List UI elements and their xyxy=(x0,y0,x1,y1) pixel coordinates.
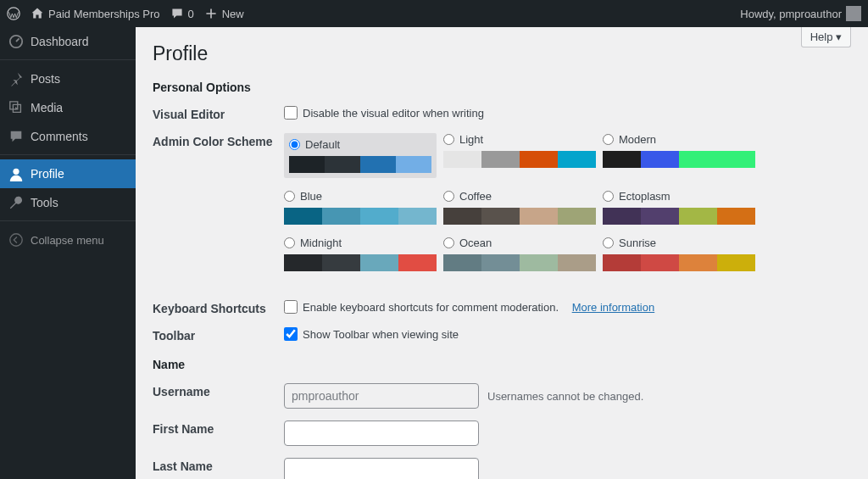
first-name-label: First Name xyxy=(153,421,284,436)
my-account[interactable]: Howdy, pmproauthor xyxy=(740,6,861,21)
keyboard-checkbox[interactable] xyxy=(284,300,298,314)
first-name-input[interactable] xyxy=(284,421,479,446)
collapse-menu[interactable]: Collapse menu xyxy=(0,226,136,254)
visual-editor-label: Visual Editor xyxy=(153,106,284,121)
sidebar-item-profile[interactable]: Profile xyxy=(0,159,136,188)
color-radio-midnight[interactable] xyxy=(284,237,295,248)
sidebar-item-dashboard[interactable]: Dashboard xyxy=(0,27,136,56)
color-label: Ectoplasm xyxy=(619,190,670,203)
visual-editor-checkbox-label: Disable the visual editor when writing xyxy=(303,107,484,120)
comment-icon xyxy=(170,7,184,20)
main-content: Help ▾ Profile Personal Options Visual E… xyxy=(136,27,868,479)
wp-logo[interactable] xyxy=(7,7,20,20)
color-option-midnight[interactable]: Midnight xyxy=(284,237,437,271)
color-scheme-grid: DefaultLightModernBlueCoffeeEctoplasmMid… xyxy=(284,133,851,283)
color-swatches xyxy=(603,208,755,225)
new-content-link[interactable]: New xyxy=(204,7,244,20)
section-name: Name xyxy=(153,358,851,371)
color-option-blue[interactable]: Blue xyxy=(284,190,437,225)
last-name-label: Last Name xyxy=(153,458,284,473)
plus-icon xyxy=(204,7,218,20)
color-swatches xyxy=(284,208,437,225)
username-input xyxy=(284,383,479,409)
wordpress-icon xyxy=(7,7,20,20)
color-radio-light[interactable] xyxy=(443,134,454,145)
color-radio-default[interactable] xyxy=(289,139,300,150)
section-personal-options: Personal Options xyxy=(153,81,851,94)
site-title: Paid Memberships Pro xyxy=(48,8,160,20)
color-radio-coffee[interactable] xyxy=(443,191,454,202)
howdy-text: Howdy, pmproauthor xyxy=(740,8,842,20)
keyboard-more-info-link[interactable]: More information xyxy=(572,301,655,314)
color-option-light[interactable]: Light xyxy=(443,133,596,178)
toolbar-label: Toolbar xyxy=(153,327,284,343)
sidebar-item-comments[interactable]: Comments xyxy=(0,122,136,151)
color-swatches xyxy=(443,208,596,225)
color-label: Sunrise xyxy=(619,237,656,249)
color-swatches xyxy=(289,156,431,173)
username-note: Usernames cannot be changed. xyxy=(487,390,643,403)
color-radio-ectoplasm[interactable] xyxy=(603,191,614,202)
color-swatches xyxy=(603,254,755,271)
color-swatches xyxy=(443,254,596,271)
tools-icon xyxy=(8,195,24,210)
keyboard-label: Keyboard Shortcuts xyxy=(153,300,284,315)
admin-toolbar: Paid Memberships Pro 0 New Howdy, pmproa… xyxy=(0,0,868,27)
collapse-icon xyxy=(8,232,24,248)
chevron-down-icon: ▾ xyxy=(836,31,842,43)
media-icon xyxy=(8,100,24,115)
pin-icon xyxy=(8,71,24,86)
page-title: Profile xyxy=(153,42,851,65)
user-icon xyxy=(8,166,24,181)
svg-point-3 xyxy=(10,234,22,246)
keyboard-checkbox-label: Enable keyboard shortcuts for comment mo… xyxy=(303,301,559,314)
color-swatches xyxy=(284,254,437,271)
color-label: Default xyxy=(305,138,340,151)
last-name-input[interactable] xyxy=(284,458,479,479)
sidebar-item-tools[interactable]: Tools xyxy=(0,188,136,217)
color-label: Modern xyxy=(619,133,656,146)
dashboard-icon xyxy=(8,34,24,49)
avatar xyxy=(846,6,861,21)
color-option-default[interactable]: Default xyxy=(284,133,437,178)
visual-editor-checkbox[interactable] xyxy=(284,106,298,120)
color-swatches xyxy=(443,151,596,168)
color-swatches xyxy=(603,151,755,168)
color-scheme-label: Admin Color Scheme xyxy=(153,133,284,148)
color-label: Ocean xyxy=(459,237,492,249)
sidebar-item-media[interactable]: Media xyxy=(0,93,136,122)
toolbar-checkbox[interactable] xyxy=(284,327,298,341)
color-option-ectoplasm[interactable]: Ectoplasm xyxy=(603,190,755,225)
comment-icon xyxy=(8,129,24,144)
new-label: New xyxy=(222,8,244,20)
color-radio-blue[interactable] xyxy=(284,191,295,202)
color-label: Midnight xyxy=(300,237,342,249)
comments-count: 0 xyxy=(188,8,194,20)
color-radio-modern[interactable] xyxy=(603,134,614,145)
color-radio-sunrise[interactable] xyxy=(603,237,614,248)
home-icon xyxy=(31,7,44,20)
color-option-modern[interactable]: Modern xyxy=(603,133,755,178)
help-tab[interactable]: Help ▾ xyxy=(801,27,851,47)
comments-link[interactable]: 0 xyxy=(170,7,194,20)
svg-point-2 xyxy=(13,169,19,175)
color-option-sunrise[interactable]: Sunrise xyxy=(603,237,755,271)
sidebar-item-posts[interactable]: Posts xyxy=(0,64,136,93)
color-label: Blue xyxy=(300,190,322,203)
username-label: Username xyxy=(153,383,284,398)
color-label: Coffee xyxy=(459,190,492,203)
color-option-coffee[interactable]: Coffee xyxy=(443,190,596,225)
color-radio-ocean[interactable] xyxy=(443,237,454,248)
color-label: Light xyxy=(459,133,483,146)
site-link[interactable]: Paid Memberships Pro xyxy=(31,7,160,20)
admin-sidebar: Dashboard Posts Media Comments Profile T… xyxy=(0,27,136,479)
toolbar-checkbox-label: Show Toolbar when viewing site xyxy=(303,328,459,341)
color-option-ocean[interactable]: Ocean xyxy=(443,237,596,271)
